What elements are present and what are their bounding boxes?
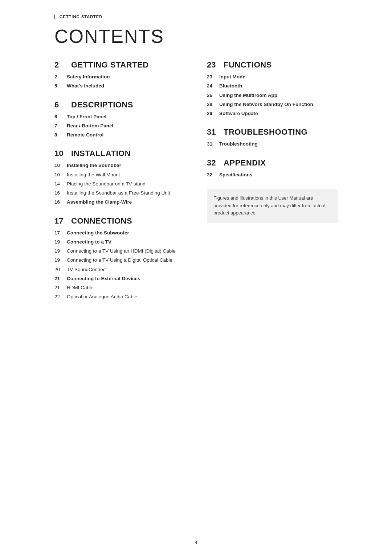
section-functions-entries: 23Input Mode24Bluetooth26Using the Multi… [207,73,338,117]
section-connections-heading: 17CONNECTIONS [54,216,185,226]
section-installation-entries: 10Installing the Soundbar10Installing th… [54,162,185,206]
list-item: 32Specifications [207,171,338,179]
entry-number: 5 [54,82,63,90]
entry-number: 6 [54,113,63,120]
entry-number: 19 [54,257,63,264]
entry-number: 29 [207,110,216,117]
entry-label: Safety Information [67,73,185,81]
entry-label: Installing the Soundbar as a Free-Standi… [67,189,185,197]
section-troubleshooting-heading: 31TROUBLESHOOTING [207,127,338,137]
section-descriptions: 6DESCRIPTIONS6Top / Front Panel7Rear / B… [54,100,185,139]
section-connections-number: 17 [54,216,68,226]
entry-number: 17 [54,229,63,237]
entry-number: 26 [207,92,216,99]
entry-label: Connecting to a TV Using a Digital Optic… [67,257,185,264]
list-item: 17Connecting the Subwoofer [54,229,185,237]
section-troubleshooting: 31TROUBLESHOOTING31Troubleshooting [207,127,338,148]
section-getting-started: 2GETTING STARTED2Safety Information5What… [54,60,185,90]
section-descriptions-title: DESCRIPTIONS [71,100,133,110]
entry-number: 28 [207,101,216,108]
page-number: 4 [33,540,359,545]
page: GETTING STARTED CONTENTS 2GETTING STARTE… [33,0,359,556]
list-item: 22Optical or Analogue Audio Cable [54,293,185,301]
header-label: GETTING STARTED [54,15,338,19]
entry-number: 10 [54,171,63,179]
entry-number: 24 [207,82,216,90]
entry-number: 32 [207,171,216,179]
entry-label: Bluetooth [219,82,338,90]
section-getting-started-title: GETTING STARTED [71,60,149,70]
section-descriptions-heading: 6DESCRIPTIONS [54,100,185,110]
entry-label: Connecting to a TV [67,238,185,246]
list-item: 8Remote Control [54,131,185,139]
entry-number: 19 [54,248,63,255]
list-item: 23Input Mode [207,73,338,81]
list-item: 6Top / Front Panel [54,113,185,120]
entry-number: 7 [54,122,63,130]
entry-label: TV SoundConnect [67,266,185,273]
list-item: 21Connecting to External Devices [54,275,185,282]
entry-label: Using the Network Standby On Function [219,101,338,108]
list-item: 5What's Included [54,82,185,90]
section-functions-heading: 23FUNCTIONS [207,60,338,70]
entry-label: Using the Multiroom App [219,92,338,99]
entry-number: 23 [207,73,216,81]
section-descriptions-entries: 6Top / Front Panel7Rear / Bottom Panel8R… [54,113,185,139]
entry-label: Placing the Soundbar on a TV stand [67,180,185,188]
list-item: 29Software Update [207,110,338,117]
list-item: 14Placing the Soundbar on a TV stand [54,180,185,188]
entry-number: 19 [54,238,63,246]
section-descriptions-number: 6 [54,100,68,110]
list-item: 28Using the Network Standby On Function [207,101,338,108]
entry-number: 20 [54,266,63,273]
entry-label: Rear / Bottom Panel [67,122,185,130]
entry-label: Software Update [219,110,338,117]
section-connections-title: CONNECTIONS [71,216,132,226]
entry-number: 22 [54,293,63,301]
section-getting-started-heading: 2GETTING STARTED [54,60,185,70]
entry-label: Installing the Soundbar [67,162,185,169]
section-getting-started-entries: 2Safety Information5What's Included [54,73,185,90]
list-item: 19Connecting to a TV Using a Digital Opt… [54,257,185,264]
list-item: 24Bluetooth [207,82,338,90]
entry-label: Top / Front Panel [67,113,185,120]
entry-label: Installing the Wall Mount [67,171,185,179]
list-item: 19Connecting to a TV [54,238,185,246]
section-functions-title: FUNCTIONS [224,60,272,70]
section-connections: 17CONNECTIONS17Connecting the Subwoofer1… [54,216,185,301]
section-functions-number: 23 [207,60,220,70]
section-connections-entries: 17Connecting the Subwoofer19Connecting t… [54,229,185,301]
entry-number: 14 [54,180,63,188]
entry-label: Connecting to a TV Using an HDMI (Digita… [67,248,185,255]
right-column: 23FUNCTIONS23Input Mode24Bluetooth26Usin… [207,60,338,311]
section-functions: 23FUNCTIONS23Input Mode24Bluetooth26Usin… [207,60,338,117]
list-item: 16Installing the Soundbar as a Free-Stan… [54,189,185,197]
entry-number: 10 [54,162,63,169]
entry-number: 31 [207,140,216,148]
note-box: Figures and illustrations in this User M… [207,189,338,223]
section-getting-started-number: 2 [54,60,68,70]
entry-number: 21 [54,284,63,291]
section-appendix: 32APPENDIX32Specifications [207,158,338,179]
section-troubleshooting-entries: 31Troubleshooting [207,140,338,148]
entry-label: Specifications [219,171,338,179]
list-item: 21HDMI Cable [54,284,185,291]
entry-label: Optical or Analogue Audio Cable [67,293,185,301]
entry-label: What's Included [67,82,185,90]
entry-number: 8 [54,131,63,139]
entry-number: 16 [54,199,63,206]
section-installation-number: 10 [54,149,68,158]
section-appendix-title: APPENDIX [224,158,266,168]
list-item: 7Rear / Bottom Panel [54,122,185,130]
entry-number: 16 [54,189,63,197]
list-item: 2Safety Information [54,73,185,81]
entry-number: 21 [54,275,63,282]
section-installation: 10INSTALLATION10Installing the Soundbar1… [54,149,185,206]
left-column: 2GETTING STARTED2Safety Information5What… [54,60,185,311]
section-appendix-entries: 32Specifications [207,171,338,179]
section-appendix-heading: 32APPENDIX [207,158,338,168]
entry-label: Assembling the Clamp-Wire [67,199,185,206]
section-appendix-number: 32 [207,158,220,168]
entry-number: 2 [54,73,63,81]
section-installation-title: INSTALLATION [71,149,131,158]
